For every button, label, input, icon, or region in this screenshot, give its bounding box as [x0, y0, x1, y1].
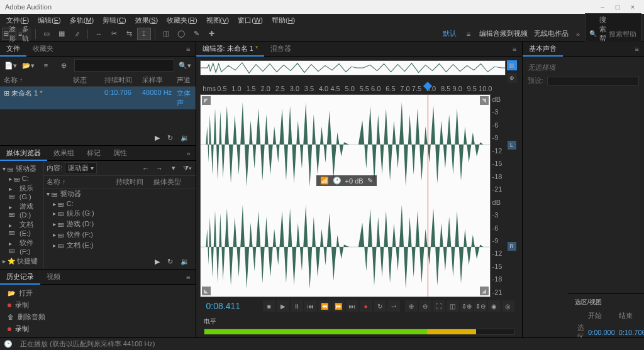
panel-menu-icon[interactable]: ≡: [508, 45, 521, 53]
loop-icon[interactable]: ↻: [167, 258, 173, 266]
status-icon[interactable]: 🕑: [4, 340, 13, 348]
new-file-icon[interactable]: 📄▾: [4, 59, 18, 72]
tool-move-icon[interactable]: ↔: [92, 28, 106, 40]
panel-menu-icon[interactable]: ≡: [181, 273, 195, 281]
menu-clip[interactable]: 剪辑(C): [99, 14, 130, 26]
hud-pencil-icon[interactable]: ✎: [367, 177, 373, 185]
zoom-out-h-icon[interactable]: ⊖: [419, 300, 431, 312]
channel-l-button[interactable]: L: [508, 141, 516, 150]
history-item[interactable]: 录制: [5, 299, 191, 311]
back-icon[interactable]: ←: [140, 163, 152, 174]
tree-node[interactable]: ▸ 🖴 C:: [3, 174, 41, 183]
menu-favorites[interactable]: 收藏夹(R): [163, 14, 201, 26]
history-item[interactable]: 录制: [5, 323, 191, 335]
tree-node[interactable]: ▸ 🖴 文档 (E:): [3, 219, 41, 238]
loop-icon[interactable]: ↻: [167, 134, 173, 142]
play-icon[interactable]: ▶: [155, 258, 160, 266]
panel-menu-icon[interactable]: ≡: [181, 45, 195, 53]
col-samplerate[interactable]: 采样率: [142, 75, 177, 85]
tab-video[interactable]: 视频: [40, 270, 67, 284]
rewind-button[interactable]: ⏪: [318, 300, 331, 312]
tool-healing-icon[interactable]: ✚: [204, 28, 218, 40]
hud-clock-icon[interactable]: 🕐: [333, 177, 341, 185]
expand-top-icon[interactable]: ◤: [202, 96, 211, 105]
tree-node-shortcuts[interactable]: ▸ ⭐ 快捷键: [3, 256, 41, 266]
zoom-sel-icon[interactable]: ◫: [447, 300, 459, 312]
close-button[interactable]: ×: [626, 3, 639, 11]
zoom-icon[interactable]: ⊕: [507, 73, 517, 83]
ws-edit-video[interactable]: 编辑音频到视频: [477, 28, 530, 40]
tree-node[interactable]: ▸ 🖴 软件 (F:): [3, 238, 41, 256]
multitrack-icon[interactable]: ≡: [39, 59, 53, 72]
contents-select[interactable]: 驱动器 ▾: [65, 162, 97, 174]
ws-default-menu-icon[interactable]: ≡: [462, 28, 475, 40]
insert-icon[interactable]: ⊕: [57, 59, 70, 72]
tab-editor[interactable]: 编辑器: 未命名 1 *: [196, 41, 265, 56]
tool-lasso-icon[interactable]: ◯: [174, 28, 188, 40]
history-item[interactable]: 📂 打开: [5, 287, 191, 299]
zoom-in-point-icon[interactable]: ◉: [488, 300, 501, 312]
list-node[interactable]: ▾ 🖴 驱动器: [44, 189, 196, 199]
menu-view[interactable]: 视图(V): [203, 14, 233, 26]
tool-splice-icon[interactable]: ▭: [40, 28, 53, 40]
list-node[interactable]: ▸ 🖴 软件 (F:): [44, 229, 196, 240]
view-multitrack-button[interactable]: ≡ 多轨: [18, 28, 31, 40]
tool-slip-icon[interactable]: ⇆: [122, 28, 136, 40]
pause-button[interactable]: ⏸: [291, 300, 303, 312]
list-node[interactable]: ▸ 🖴 文档 (E:): [44, 240, 196, 251]
filter-icon[interactable]: 🔍▾: [178, 59, 192, 72]
maximize-button[interactable]: □: [611, 3, 624, 11]
tab-files[interactable]: 文件: [0, 41, 26, 56]
col-name[interactable]: 名称 ↑: [4, 75, 73, 85]
timecode-display[interactable]: 0:08.411: [204, 301, 260, 311]
tree-node[interactable]: ▸ 🖴 娱乐 (G:): [3, 183, 41, 201]
hud-gain[interactable]: +0 dB: [345, 177, 364, 185]
zoom-in-v-icon[interactable]: ⇕⊕: [460, 300, 473, 312]
list-node[interactable]: ▸ 🖴 C:: [44, 199, 196, 208]
record-button[interactable]: ●: [360, 300, 372, 312]
panel-menu-icon[interactable]: »: [181, 150, 195, 157]
menu-help[interactable]: 帮助(H): [268, 14, 299, 26]
panel-menu-icon[interactable]: ≡: [630, 45, 644, 53]
stop-button[interactable]: ■: [263, 300, 275, 312]
zoom-out-point-icon[interactable]: ◎: [502, 300, 514, 312]
mcol-duration[interactable]: 持续时间: [116, 177, 153, 187]
mcol-type[interactable]: 媒体类型: [153, 177, 193, 187]
hud-vol-icon[interactable]: 📶: [320, 177, 329, 185]
channel-r-button[interactable]: R: [508, 242, 516, 251]
history-item[interactable]: 🗑 删除音频: [5, 311, 191, 323]
play-button[interactable]: ▶: [277, 300, 289, 312]
tab-essential-sound[interactable]: 基本声音: [523, 41, 563, 56]
goto-end-button[interactable]: ⏭: [346, 300, 358, 312]
skip-selection-button[interactable]: ⤻: [387, 300, 400, 312]
play-icon[interactable]: ▶: [155, 134, 160, 142]
ws-radio[interactable]: 无线电作品: [531, 28, 571, 40]
ws-default[interactable]: 默认: [439, 28, 460, 40]
tab-favorites[interactable]: 收藏夹: [26, 41, 60, 56]
col-status[interactable]: 状态: [73, 75, 104, 85]
list-node[interactable]: ▸ 🖴 娱乐 (G:): [44, 208, 196, 219]
goto-start-button[interactable]: ⏮: [304, 300, 317, 312]
overview-waveform[interactable]: [200, 60, 506, 75]
preset-select[interactable]: [547, 77, 639, 85]
waveform-hud[interactable]: 📶 🕐 +0 dB ✎: [316, 175, 377, 186]
tab-mixer[interactable]: 混音器: [264, 41, 297, 56]
files-filter-input[interactable]: [74, 59, 174, 72]
expand-bl-icon[interactable]: ◣: [202, 287, 211, 295]
snap-icon[interactable]: ▦: [507, 60, 517, 70]
forward-button[interactable]: ⏩: [332, 300, 345, 312]
col-channels[interactable]: 声道: [177, 75, 192, 85]
waveform-display[interactable]: 📶 🕐 +0 dB ✎ ◤ ◥ ◣ ◢: [200, 94, 491, 297]
mcol-name[interactable]: 名称 ↑: [47, 177, 116, 187]
col-duration[interactable]: 持续时间: [104, 75, 142, 85]
tree-node[interactable]: ▾ 🖴 驱动器: [3, 163, 41, 174]
minimize-button[interactable]: –: [596, 3, 609, 11]
zoom-full-icon[interactable]: ⛶: [433, 300, 445, 312]
tab-effects-rack[interactable]: 效果组: [47, 146, 80, 160]
help-search-input[interactable]: [609, 30, 644, 38]
list-node[interactable]: ▸ 🖴 游戏 (D:): [44, 219, 196, 229]
tab-media-browser[interactable]: 媒体浏览器: [0, 146, 47, 160]
file-row[interactable]: ⊞ 未命名 1 * 0:10.706 48000 Hz 立体声: [0, 87, 196, 109]
expand-br-icon[interactable]: ◢: [480, 287, 489, 295]
fwd-icon[interactable]: →: [154, 163, 165, 174]
